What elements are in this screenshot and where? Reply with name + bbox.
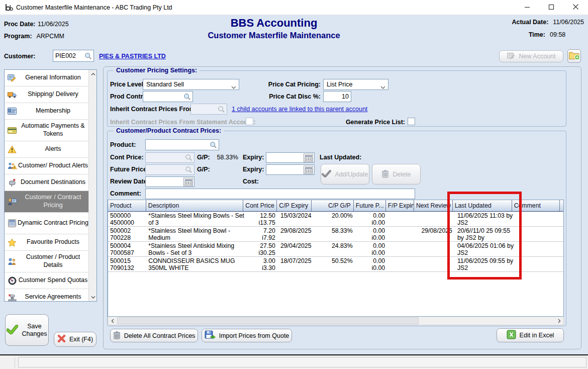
edit-in-excel-button[interactable]: Edit in Excel [497,328,564,342]
cell-cont_price: 3.00i3.30 [245,257,278,271]
gp2-label: G/P: [197,166,210,173]
inherit-contract-input [190,104,227,115]
sidebar-item-dynamic-contract-pricing[interactable]: Dynamic Contract Pricing [5,213,89,234]
sidebar-item-label: Alerts [18,145,88,153]
expiry-label: Expiry: [243,154,264,161]
generate-price-list-label: Generate Price List: [325,119,405,126]
contract-price-row[interactable]: 500002700228*Stainless Steel Mixing Bowl… [108,227,563,242]
price-cat-pricing-select[interactable]: List Price [323,79,388,90]
star-icon [7,238,18,247]
actual-date-label: Actual Date: [512,19,548,26]
cell-comment [515,242,563,256]
calendar-icon[interactable] [183,177,193,186]
cost-label: Cost: [243,178,259,185]
sidebar-item-customer-product-alerts[interactable]: Customer/ Product Alerts [5,158,89,174]
status-cell [0,357,15,367]
product-input[interactable] [145,139,219,150]
contract-pricing-icon [7,198,18,206]
column-header-product[interactable]: Product [108,200,146,211]
contract-price-row[interactable]: 5000047000587*Stainless Steel Antiskid M… [108,242,563,257]
column-header-cp_expiry[interactable]: C/P Expiry [277,200,312,211]
cell-description: *Stainless Steel Mixing Bowl -Medium [146,227,244,241]
column-header-description[interactable]: Description [146,200,244,211]
cell-cont_price: 27.50i30.25 [245,242,278,256]
save-changes-button[interactable]: Save Changes [5,314,49,346]
sidebar-scrollbar[interactable] [88,70,96,301]
sidebar-item-membership[interactable]: Membership [5,103,89,120]
close-button[interactable] [564,0,587,15]
time-label: Time: [529,31,545,38]
exit-button[interactable]: Exit (F4) [54,332,96,347]
future-price-search-icon [184,166,193,174]
new-account-icon [507,52,516,61]
price-level-select[interactable]: Standard Sell [143,79,239,90]
inherit-search-icon [217,105,226,113]
sidebar-item-customer-product-details[interactable]: Customer / Product Details [5,251,89,272]
expiry2-label: Expiry: [243,166,264,173]
contract-price-row[interactable]: 5000157090132CONNOISSEUR BASICS MUG350ML… [108,257,563,272]
sidebar-item-automatic-payments-tokens[interactable]: Automatic Payments & Tokens [5,120,89,141]
minimize-button[interactable] [516,0,539,15]
expiry2-input[interactable] [266,164,315,175]
stamp-icon [7,293,18,302]
cell-comment [515,227,563,241]
future-price-input [145,164,194,175]
calendar-icon[interactable] [304,165,313,174]
sidebar-item-label: Automatic Payments & Tokens [18,122,88,138]
column-header-cont_price[interactable]: Cont Price [243,200,277,211]
cell-description: CONNOISSEUR BASICS MUG350ML WHITE [146,257,244,271]
column-header-cp_gp[interactable]: C/P G/P [312,200,354,211]
sidebar-item-label: Dynamic Contract Pricing [18,219,88,227]
sidebar-item-alerts[interactable]: Alerts [5,141,89,158]
open-folder-button[interactable] [567,49,581,63]
sidebar-item-favourite-products[interactable]: Favourite Products [5,234,89,251]
cell-comment [515,212,563,226]
column-header-next_review[interactable]: Next Review [414,200,453,211]
status-bar [0,355,588,369]
cell-fp_expiry [388,227,417,241]
cell-cp_expiry: 29/08/2025 [278,227,313,241]
contract-prices-table: ProductDescriptionCont PriceC/P ExpiryC/… [108,200,564,317]
cell-next_review: 29/08/2025 [417,227,455,241]
delete-all-contract-prices-button[interactable]: Delete All Contract Prices [110,329,198,342]
customer-code-input[interactable]: PIE002 [53,50,94,62]
import-prices-from-quote-button[interactable]: Import Prices from Quote [202,329,292,342]
dynamic-pricing-icon [7,219,18,227]
prod-contract-input[interactable] [143,91,193,102]
program-label: Program: [4,33,32,40]
contract-price-row[interactable]: 5000004500000*Stainless Steel Mixing Bow… [108,212,563,227]
expiry-input[interactable] [266,152,315,163]
column-header-fp_expiry[interactable]: F/P Expiry [386,200,414,211]
scroll-down-icon[interactable] [89,293,97,301]
scroll-up-icon[interactable] [89,70,97,78]
review-date-input[interactable] [145,176,194,187]
sidebar-item-document-destinations[interactable]: Document Destinations [5,174,89,191]
hscroll-thumb[interactable] [117,317,419,324]
sidebar-item-customer-contract-pricing[interactable]: Customer / Contract Pricing [5,191,89,213]
column-header-last_updated[interactable]: Last Updated [453,200,512,211]
cell-last_updated: 11/06/2025 09:55 byJS2 [455,257,515,271]
scroll-right-icon[interactable] [555,317,563,325]
sidebar-item-customer-spend-quotas[interactable]: Customer Spend Quotas [5,272,89,289]
scroll-left-icon[interactable] [108,317,117,325]
product-search-icon[interactable] [209,141,218,149]
column-header-future_p[interactable]: Future P... [354,200,386,211]
pricing-settings-title: Customer Pricing Settings: [114,67,200,74]
customer-search-icon[interactable] [84,52,92,60]
child-accounts-link[interactable]: 1 child accounts are linked to this pare… [232,106,367,113]
calendar-icon[interactable] [304,153,313,162]
sidebar-item-general-information[interactable]: General Information [5,70,89,86]
maximize-button[interactable] [540,0,563,15]
cell-description: *Stainless Steel Mixing Bowls - Setof 3 [146,212,244,226]
comment-input[interactable] [145,189,415,199]
price-cat-disc-input[interactable]: 10 [323,91,351,102]
sidebar-item-shipping-delivery[interactable]: Shipping/ Delivery [5,86,89,103]
column-header-comment[interactable]: Comment [512,200,560,211]
generate-price-list-checkbox[interactable] [408,118,415,125]
price-level-label: Price Level: [110,81,145,88]
main-panel: Customer Pricing Settings: Price Level: … [103,66,581,349]
sidebar-item-service-agreements[interactable]: Service Agreements [5,289,89,302]
table-hscrollbar[interactable] [108,317,564,325]
customer-name-link[interactable]: PIES & PASTRIES LTD [99,53,166,60]
prod-contract-search-icon[interactable] [183,93,191,101]
